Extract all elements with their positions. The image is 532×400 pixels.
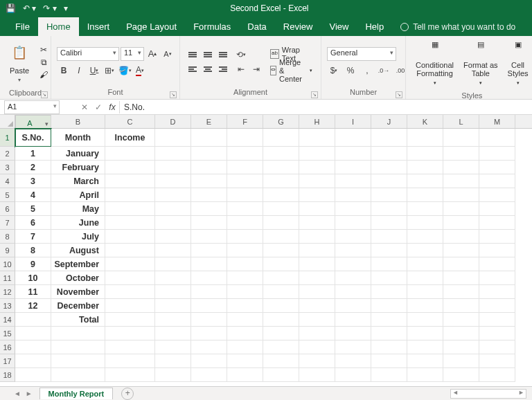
fill-color-icon[interactable]: 🪣▾ <box>118 64 132 78</box>
decrease-indent-icon[interactable]: ⇤ <box>234 63 248 75</box>
cell[interactable] <box>155 161 191 174</box>
cell[interactable] <box>299 230 335 244</box>
cell[interactable] <box>443 161 479 174</box>
cell[interactable] <box>479 285 515 299</box>
cell[interactable] <box>335 129 371 147</box>
cell[interactable] <box>299 313 335 327</box>
cell[interactable]: April <box>51 188 105 202</box>
sheet-nav-icons[interactable]: ◄ ► <box>14 390 34 397</box>
cell[interactable]: March <box>51 174 105 188</box>
percent-format-icon[interactable]: % <box>344 64 357 78</box>
cell[interactable] <box>407 129 443 147</box>
cell[interactable] <box>155 202 191 216</box>
cell[interactable] <box>263 161 299 174</box>
row-header[interactable]: 5 <box>0 188 15 202</box>
cell[interactable] <box>443 313 479 327</box>
cell[interactable] <box>479 271 515 285</box>
cell[interactable] <box>479 368 515 382</box>
cell[interactable] <box>263 271 299 285</box>
cell[interactable] <box>191 216 227 230</box>
column-header[interactable]: J <box>371 115 407 128</box>
column-header[interactable]: E <box>191 115 227 128</box>
cell[interactable] <box>105 244 155 257</box>
cell[interactable] <box>299 340 335 354</box>
cell[interactable] <box>227 230 263 244</box>
cell[interactable] <box>191 147 227 161</box>
cell[interactable]: 1 <box>15 147 51 161</box>
cell-styles-button[interactable]: ▣ Cell Styles▾ <box>504 39 532 89</box>
cell[interactable] <box>407 368 443 382</box>
cell[interactable] <box>443 174 479 188</box>
cell[interactable] <box>155 257 191 271</box>
increase-font-icon[interactable]: A▴ <box>145 47 159 61</box>
cell[interactable] <box>371 285 407 299</box>
cell[interactable] <box>371 216 407 230</box>
column-header[interactable]: M <box>479 115 515 128</box>
cell[interactable] <box>15 327 51 340</box>
cut-icon[interactable]: ✂ <box>37 44 50 55</box>
row-header[interactable]: 6 <box>0 202 15 216</box>
cell[interactable] <box>407 313 443 327</box>
cell[interactable] <box>335 313 371 327</box>
cell[interactable] <box>299 188 335 202</box>
cell[interactable] <box>155 147 191 161</box>
row-header[interactable]: 17 <box>0 354 15 368</box>
cell[interactable] <box>443 327 479 340</box>
cell[interactable] <box>227 327 263 340</box>
cell[interactable] <box>407 147 443 161</box>
cell[interactable] <box>407 174 443 188</box>
cell[interactable] <box>263 230 299 244</box>
cell[interactable] <box>335 299 371 313</box>
cell[interactable] <box>263 257 299 271</box>
cancel-formula-icon[interactable]: ✕ <box>78 102 91 112</box>
cell[interactable] <box>407 340 443 354</box>
cell[interactable] <box>407 257 443 271</box>
cell[interactable] <box>105 313 155 327</box>
row-header[interactable]: 2 <box>0 147 15 161</box>
cell[interactable] <box>479 147 515 161</box>
cell[interactable] <box>191 202 227 216</box>
cell[interactable] <box>105 257 155 271</box>
cell[interactable] <box>443 285 479 299</box>
cell[interactable] <box>299 216 335 230</box>
cell[interactable] <box>371 161 407 174</box>
cell[interactable] <box>263 313 299 327</box>
cell[interactable] <box>299 285 335 299</box>
column-header[interactable]: B <box>51 115 105 128</box>
increase-decimal-icon[interactable]: .0→ <box>377 64 391 78</box>
cell[interactable] <box>407 299 443 313</box>
cell[interactable]: February <box>51 161 105 174</box>
cell[interactable] <box>443 188 479 202</box>
cell[interactable] <box>299 244 335 257</box>
number-format-select[interactable]: General <box>327 47 396 61</box>
cell[interactable] <box>105 285 155 299</box>
cell[interactable] <box>335 368 371 382</box>
cell[interactable]: 10 <box>15 271 51 285</box>
cell[interactable] <box>371 129 407 147</box>
cell[interactable] <box>263 216 299 230</box>
tab-home[interactable]: Home <box>38 17 79 36</box>
cell[interactable] <box>335 161 371 174</box>
cell[interactable] <box>155 244 191 257</box>
cell[interactable] <box>263 244 299 257</box>
cell[interactable] <box>15 313 51 327</box>
cell[interactable] <box>443 202 479 216</box>
cell[interactable]: August <box>51 244 105 257</box>
cell[interactable] <box>191 354 227 368</box>
cell[interactable] <box>15 340 51 354</box>
align-middle-icon[interactable] <box>201 48 215 61</box>
column-header[interactable]: F <box>227 115 263 128</box>
sheet-tab-active[interactable]: Monthly Report <box>39 388 114 399</box>
cell[interactable] <box>443 230 479 244</box>
merge-center-button[interactable]: ⇔ Merge & Center ▾ <box>267 64 315 77</box>
cell[interactable] <box>443 129 479 147</box>
cell[interactable] <box>299 271 335 285</box>
cell[interactable] <box>227 340 263 354</box>
cell[interactable] <box>335 244 371 257</box>
cell[interactable]: 11 <box>15 285 51 299</box>
cell[interactable] <box>335 230 371 244</box>
cell[interactable] <box>479 313 515 327</box>
cell[interactable]: July <box>51 230 105 244</box>
cell[interactable] <box>407 230 443 244</box>
align-left-icon[interactable] <box>186 63 200 75</box>
